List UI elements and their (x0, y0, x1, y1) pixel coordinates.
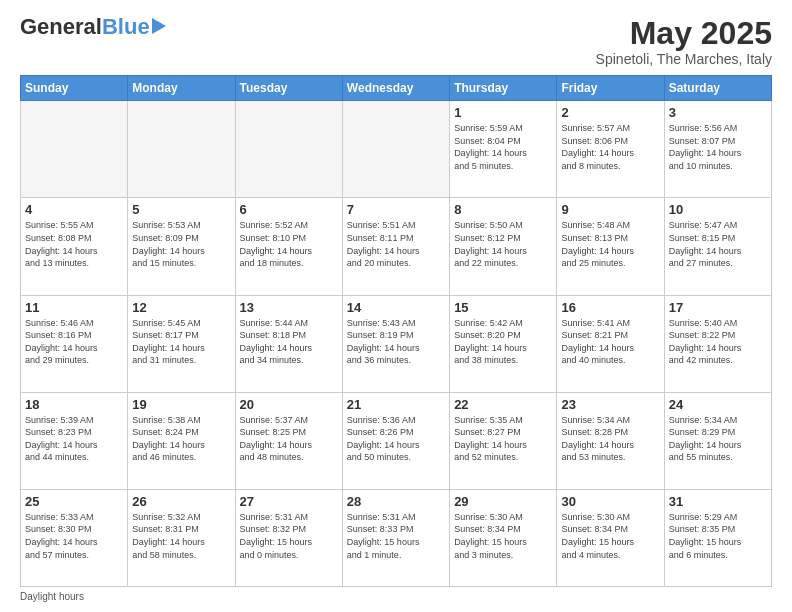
day-info: Sunrise: 5:55 AM Sunset: 8:08 PM Dayligh… (25, 219, 123, 269)
daylight-label: Daylight hours (20, 591, 84, 602)
day-info: Sunrise: 5:38 AM Sunset: 8:24 PM Dayligh… (132, 414, 230, 464)
day-number: 31 (669, 494, 767, 509)
day-number: 8 (454, 202, 552, 217)
col-friday: Friday (557, 76, 664, 101)
day-number: 19 (132, 397, 230, 412)
table-row: 22Sunrise: 5:35 AM Sunset: 8:27 PM Dayli… (450, 392, 557, 489)
table-row: 14Sunrise: 5:43 AM Sunset: 8:19 PM Dayli… (342, 295, 449, 392)
table-row: 18Sunrise: 5:39 AM Sunset: 8:23 PM Dayli… (21, 392, 128, 489)
day-number: 10 (669, 202, 767, 217)
day-number: 25 (25, 494, 123, 509)
day-info: Sunrise: 5:45 AM Sunset: 8:17 PM Dayligh… (132, 317, 230, 367)
day-number: 21 (347, 397, 445, 412)
col-tuesday: Tuesday (235, 76, 342, 101)
day-info: Sunrise: 5:29 AM Sunset: 8:35 PM Dayligh… (669, 511, 767, 561)
calendar-table: Sunday Monday Tuesday Wednesday Thursday… (20, 75, 772, 587)
table-row: 5Sunrise: 5:53 AM Sunset: 8:09 PM Daylig… (128, 198, 235, 295)
day-info: Sunrise: 5:48 AM Sunset: 8:13 PM Dayligh… (561, 219, 659, 269)
logo: GeneralBlue (20, 16, 166, 38)
day-info: Sunrise: 5:59 AM Sunset: 8:04 PM Dayligh… (454, 122, 552, 172)
day-number: 5 (132, 202, 230, 217)
day-number: 15 (454, 300, 552, 315)
day-number: 11 (25, 300, 123, 315)
day-number: 17 (669, 300, 767, 315)
table-row: 13Sunrise: 5:44 AM Sunset: 8:18 PM Dayli… (235, 295, 342, 392)
day-number: 27 (240, 494, 338, 509)
day-info: Sunrise: 5:37 AM Sunset: 8:25 PM Dayligh… (240, 414, 338, 464)
col-saturday: Saturday (664, 76, 771, 101)
table-row: 24Sunrise: 5:34 AM Sunset: 8:29 PM Dayli… (664, 392, 771, 489)
day-info: Sunrise: 5:46 AM Sunset: 8:16 PM Dayligh… (25, 317, 123, 367)
table-row: 17Sunrise: 5:40 AM Sunset: 8:22 PM Dayli… (664, 295, 771, 392)
day-number: 4 (25, 202, 123, 217)
day-number: 3 (669, 105, 767, 120)
calendar-week-0: 1Sunrise: 5:59 AM Sunset: 8:04 PM Daylig… (21, 101, 772, 198)
table-row: 19Sunrise: 5:38 AM Sunset: 8:24 PM Dayli… (128, 392, 235, 489)
calendar-week-3: 18Sunrise: 5:39 AM Sunset: 8:23 PM Dayli… (21, 392, 772, 489)
table-row: 15Sunrise: 5:42 AM Sunset: 8:20 PM Dayli… (450, 295, 557, 392)
table-row: 20Sunrise: 5:37 AM Sunset: 8:25 PM Dayli… (235, 392, 342, 489)
table-row (21, 101, 128, 198)
day-info: Sunrise: 5:52 AM Sunset: 8:10 PM Dayligh… (240, 219, 338, 269)
day-info: Sunrise: 5:47 AM Sunset: 8:15 PM Dayligh… (669, 219, 767, 269)
logo-arrow-icon (152, 18, 166, 34)
day-number: 26 (132, 494, 230, 509)
table-row: 7Sunrise: 5:51 AM Sunset: 8:11 PM Daylig… (342, 198, 449, 295)
day-info: Sunrise: 5:31 AM Sunset: 8:33 PM Dayligh… (347, 511, 445, 561)
table-row: 21Sunrise: 5:36 AM Sunset: 8:26 PM Dayli… (342, 392, 449, 489)
table-row: 31Sunrise: 5:29 AM Sunset: 8:35 PM Dayli… (664, 489, 771, 586)
table-row: 10Sunrise: 5:47 AM Sunset: 8:15 PM Dayli… (664, 198, 771, 295)
col-thursday: Thursday (450, 76, 557, 101)
day-number: 9 (561, 202, 659, 217)
day-number: 13 (240, 300, 338, 315)
day-info: Sunrise: 5:57 AM Sunset: 8:06 PM Dayligh… (561, 122, 659, 172)
day-info: Sunrise: 5:31 AM Sunset: 8:32 PM Dayligh… (240, 511, 338, 561)
table-row (128, 101, 235, 198)
day-info: Sunrise: 5:32 AM Sunset: 8:31 PM Dayligh… (132, 511, 230, 561)
day-info: Sunrise: 5:30 AM Sunset: 8:34 PM Dayligh… (561, 511, 659, 561)
table-row: 30Sunrise: 5:30 AM Sunset: 8:34 PM Dayli… (557, 489, 664, 586)
calendar-header-row: Sunday Monday Tuesday Wednesday Thursday… (21, 76, 772, 101)
month-title: May 2025 (596, 16, 772, 51)
col-sunday: Sunday (21, 76, 128, 101)
title-block: May 2025 Spinetoli, The Marches, Italy (596, 16, 772, 67)
table-row: 28Sunrise: 5:31 AM Sunset: 8:33 PM Dayli… (342, 489, 449, 586)
day-info: Sunrise: 5:50 AM Sunset: 8:12 PM Dayligh… (454, 219, 552, 269)
calendar-week-1: 4Sunrise: 5:55 AM Sunset: 8:08 PM Daylig… (21, 198, 772, 295)
day-number: 7 (347, 202, 445, 217)
logo-text: GeneralBlue (20, 16, 150, 38)
table-row: 8Sunrise: 5:50 AM Sunset: 8:12 PM Daylig… (450, 198, 557, 295)
day-number: 20 (240, 397, 338, 412)
day-number: 16 (561, 300, 659, 315)
table-row: 27Sunrise: 5:31 AM Sunset: 8:32 PM Dayli… (235, 489, 342, 586)
day-number: 24 (669, 397, 767, 412)
day-number: 22 (454, 397, 552, 412)
table-row (342, 101, 449, 198)
day-number: 30 (561, 494, 659, 509)
calendar-week-4: 25Sunrise: 5:33 AM Sunset: 8:30 PM Dayli… (21, 489, 772, 586)
day-number: 23 (561, 397, 659, 412)
table-row: 9Sunrise: 5:48 AM Sunset: 8:13 PM Daylig… (557, 198, 664, 295)
table-row: 29Sunrise: 5:30 AM Sunset: 8:34 PM Dayli… (450, 489, 557, 586)
day-info: Sunrise: 5:36 AM Sunset: 8:26 PM Dayligh… (347, 414, 445, 464)
day-number: 12 (132, 300, 230, 315)
day-info: Sunrise: 5:34 AM Sunset: 8:28 PM Dayligh… (561, 414, 659, 464)
day-info: Sunrise: 5:42 AM Sunset: 8:20 PM Dayligh… (454, 317, 552, 367)
table-row: 11Sunrise: 5:46 AM Sunset: 8:16 PM Dayli… (21, 295, 128, 392)
day-number: 18 (25, 397, 123, 412)
logo-blue: Blue (102, 14, 150, 39)
day-info: Sunrise: 5:53 AM Sunset: 8:09 PM Dayligh… (132, 219, 230, 269)
day-number: 6 (240, 202, 338, 217)
header: GeneralBlue May 2025 Spinetoli, The Marc… (20, 16, 772, 67)
day-info: Sunrise: 5:44 AM Sunset: 8:18 PM Dayligh… (240, 317, 338, 367)
location: Spinetoli, The Marches, Italy (596, 51, 772, 67)
table-row: 2Sunrise: 5:57 AM Sunset: 8:06 PM Daylig… (557, 101, 664, 198)
table-row: 25Sunrise: 5:33 AM Sunset: 8:30 PM Dayli… (21, 489, 128, 586)
table-row (235, 101, 342, 198)
day-info: Sunrise: 5:35 AM Sunset: 8:27 PM Dayligh… (454, 414, 552, 464)
day-info: Sunrise: 5:33 AM Sunset: 8:30 PM Dayligh… (25, 511, 123, 561)
table-row: 4Sunrise: 5:55 AM Sunset: 8:08 PM Daylig… (21, 198, 128, 295)
table-row: 12Sunrise: 5:45 AM Sunset: 8:17 PM Dayli… (128, 295, 235, 392)
day-info: Sunrise: 5:39 AM Sunset: 8:23 PM Dayligh… (25, 414, 123, 464)
day-info: Sunrise: 5:43 AM Sunset: 8:19 PM Dayligh… (347, 317, 445, 367)
